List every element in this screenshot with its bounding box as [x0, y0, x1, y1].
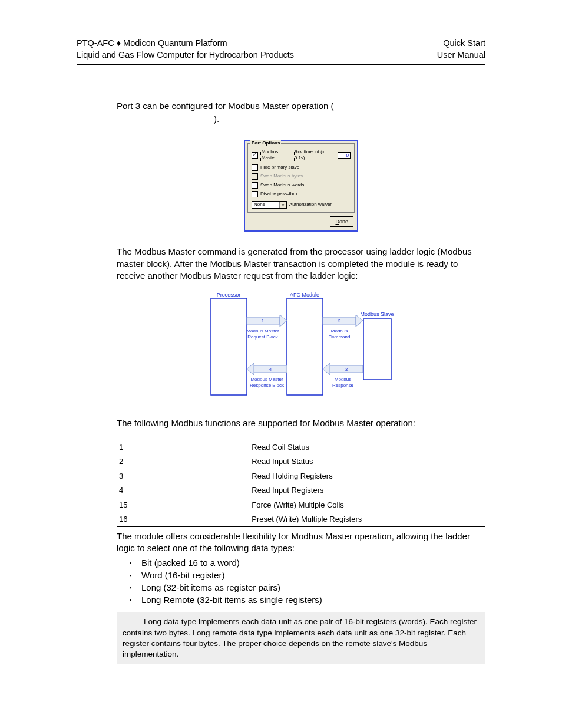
auth-waiver-label: Authorization waiver	[289, 202, 332, 208]
list-item: Long (32-bit items as register pairs)	[130, 581, 485, 594]
svg-text:Modbus Master: Modbus Master	[250, 377, 283, 382]
svg-text:3: 3	[345, 367, 348, 372]
note-box: Note: Long data type implements each dat…	[117, 612, 485, 664]
note-text: Long data type implements each data unit…	[123, 617, 477, 658]
rcv-timeout-input[interactable]: 0	[338, 152, 351, 159]
body-para-2: The Modbus Master command is generated f…	[117, 246, 485, 282]
data-types-list: Bit (packed 16 to a word) Word (16-bit r…	[117, 556, 485, 606]
header-platform: Modicon Quantum Platform	[123, 38, 227, 48]
header-section: Quick Start	[443, 38, 485, 50]
modbus-flow-diagram: Processor AFC Module Modbus Slave 1 Modb…	[204, 291, 398, 401]
page-header: PTQ-AFC ♦ Modicon Quantum Platform Quick…	[77, 38, 485, 65]
body-para-1b: ).	[214, 114, 219, 124]
body-para-1a: Port 3 can be configured for Modbus Mast…	[117, 101, 334, 111]
svg-text:Request Block: Request Block	[247, 334, 279, 340]
table-row: 3Read Holding Registers	[117, 469, 485, 483]
svg-marker-17	[323, 363, 330, 375]
svg-rect-0	[211, 298, 247, 395]
auth-waiver-value: None	[254, 202, 265, 208]
done-button[interactable]: Done	[330, 216, 353, 227]
svg-text:2: 2	[338, 318, 341, 324]
rcv-timeout-label: Rcv timeout (x 0.1s)	[295, 149, 336, 162]
opt-modbus-master-label: Modbus Master	[260, 149, 295, 163]
checkbox-modbus-master[interactable]: ✓	[252, 152, 258, 159]
table-row: 1Read Coil Status	[117, 440, 485, 454]
list-item: Bit (packed 16 to a word)	[130, 556, 485, 569]
header-subtitle: Liquid and Gas Flow Computer for Hydroca…	[77, 50, 294, 61]
svg-text:AFC Module: AFC Module	[290, 292, 319, 298]
svg-text:Modbus Slave: Modbus Slave	[360, 311, 394, 317]
svg-text:Processor: Processor	[217, 292, 241, 298]
svg-rect-4	[363, 319, 391, 380]
checkbox-disable-passthru[interactable]	[252, 191, 258, 197]
header-product-code: PTQ-AFC	[77, 38, 114, 48]
opt-swap-words-label: Swap Modbus words	[260, 182, 304, 189]
header-doc-type: User Manual	[437, 50, 485, 61]
opt-hide-primary-label: Hide primary slave	[260, 164, 299, 171]
svg-marker-7	[280, 315, 287, 327]
body-para-3: The following Modbus functions are suppo…	[117, 417, 485, 429]
svg-text:Response Block: Response Block	[250, 383, 285, 388]
svg-text:Modbus: Modbus	[335, 377, 351, 382]
table-row: 15Force (Write) Multiple Coils	[117, 498, 485, 512]
svg-marker-22	[247, 363, 254, 375]
svg-text:1: 1	[262, 318, 265, 324]
table-row: 4Read Input Registers	[117, 483, 485, 498]
list-item: Long Remote (32-bit items as single regi…	[130, 594, 485, 606]
port-options-dialog: Port Options ✓ Modbus Master Rcv timeout…	[244, 140, 358, 232]
checkbox-swap-words[interactable]	[252, 182, 258, 189]
auth-waiver-select[interactable]: None ▼	[252, 201, 287, 209]
diamond-icon: ♦	[117, 38, 121, 48]
modbus-functions-table: 1Read Coil Status 2Read Input Status 3Re…	[117, 440, 485, 527]
table-row: 2Read Input Status	[117, 454, 485, 469]
main-content: Port 3 can be configured for Modbus Mast…	[77, 65, 485, 664]
port-options-legend: Port Options	[250, 140, 281, 147]
opt-disable-passthru-label: Disable pass-thru	[260, 191, 297, 197]
body-para-4: The module offers considerable flexibili…	[117, 531, 485, 555]
svg-rect-2	[287, 298, 323, 395]
svg-text:Modbus Master: Modbus Master	[246, 328, 279, 334]
checkbox-hide-primary[interactable]	[252, 164, 258, 171]
checkbox-swap-bytes	[252, 173, 258, 180]
table-row: 16Preset (Write) Multiple Registers	[117, 512, 485, 527]
svg-text:4: 4	[269, 367, 272, 372]
chevron-down-icon: ▼	[279, 202, 286, 208]
list-item: Word (16-bit register)	[130, 569, 485, 581]
opt-swap-bytes-label: Swap Modbus bytes	[260, 173, 303, 180]
svg-text:Modbus: Modbus	[331, 328, 348, 334]
svg-text:Command: Command	[329, 334, 351, 340]
svg-text:Response: Response	[332, 383, 354, 388]
